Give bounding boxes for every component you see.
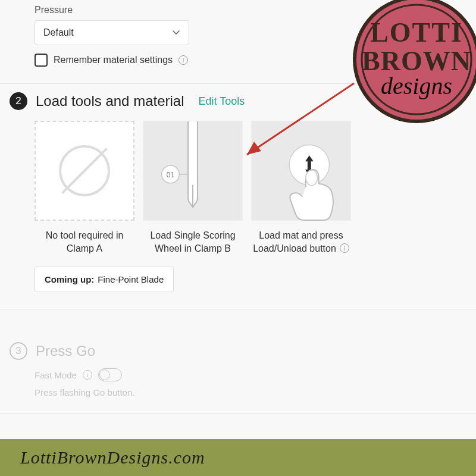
logo-line1: LOTTI bbox=[370, 17, 463, 48]
fast-mode-row: Fast Mode i bbox=[35, 368, 441, 381]
card-load-mat: Load mat and press Load/Unload button i bbox=[251, 121, 351, 255]
step-2-title: Load tools and material bbox=[36, 93, 184, 109]
press-button-icon bbox=[252, 121, 350, 221]
step-3-header: 3 Press Go bbox=[35, 342, 441, 360]
footer-url: LottiBrownDesigns.com bbox=[20, 447, 205, 468]
card-clamp-a-image bbox=[35, 121, 134, 221]
svg-point-6 bbox=[306, 170, 318, 186]
step-3-title: Press Go bbox=[36, 343, 95, 359]
fast-mode-toggle bbox=[98, 368, 122, 381]
clamp-b-badge-number: 01 bbox=[167, 171, 175, 179]
info-icon[interactable]: i bbox=[178, 55, 188, 65]
coming-up-label: Coming up: bbox=[45, 274, 94, 284]
coming-up-value: Fine-Point Blade bbox=[98, 274, 164, 284]
card-load-mat-image bbox=[251, 121, 351, 221]
card-clamp-b-caption: Load Single Scoring Wheel in Clamp B bbox=[150, 229, 235, 255]
step-3-section: 3 Press Go Fast Mode i Press flashing Go… bbox=[0, 342, 476, 414]
card-clamp-a: No tool required in Clamp A bbox=[35, 121, 134, 255]
scoring-wheel-icon: 01 bbox=[143, 121, 242, 221]
tool-cards-row: No tool required in Clamp A 01 bbox=[35, 121, 441, 255]
card-clamp-b: 01 Load Single Scoring Wheel in Clamp B bbox=[143, 121, 243, 255]
remember-label: Remember material settings bbox=[54, 55, 173, 65]
footer-bar: LottiBrownDesigns.com bbox=[0, 439, 476, 476]
step-2-number: 2 bbox=[10, 92, 27, 110]
lotti-brown-logo: LOTTI BROWN designs bbox=[351, 0, 476, 125]
pressure-value: Default bbox=[43, 27, 74, 38]
coming-up-chip: Coming up: Fine-Point Blade bbox=[35, 267, 174, 292]
card-load-mat-caption: Load mat and press Load/Unload button i bbox=[253, 229, 349, 255]
edit-tools-link[interactable]: Edit Tools bbox=[199, 95, 245, 108]
chevron-down-icon bbox=[172, 29, 180, 37]
logo-line3: designs bbox=[381, 73, 452, 99]
info-icon: i bbox=[83, 370, 92, 380]
info-icon[interactable]: i bbox=[340, 243, 349, 253]
no-tool-icon bbox=[59, 145, 110, 196]
card-clamp-a-caption: No tool required in Clamp A bbox=[46, 229, 124, 255]
fast-mode-label: Fast Mode bbox=[35, 370, 77, 380]
pressure-select[interactable]: Default bbox=[35, 20, 189, 45]
remember-checkbox[interactable] bbox=[35, 54, 48, 67]
press-go-hint: Press flashing Go button. bbox=[35, 387, 441, 397]
card-clamp-b-image: 01 bbox=[143, 121, 243, 221]
logo-line2: BROWN bbox=[362, 46, 471, 76]
step-3-number: 3 bbox=[10, 342, 27, 360]
